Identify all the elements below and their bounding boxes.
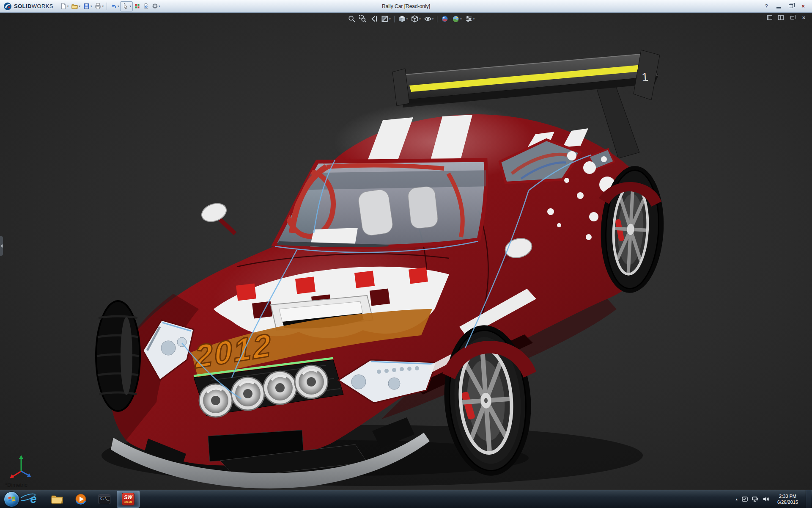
view-settings-icon — [465, 15, 473, 23]
chevron-down-icon[interactable]: ▾ — [460, 17, 462, 21]
view-orientation-button[interactable]: ▾ — [397, 14, 409, 24]
minimize-button[interactable] — [773, 2, 784, 10]
model-scene[interactable]: 1 — [0, 13, 812, 490]
mirror-left[interactable] — [199, 200, 235, 234]
previous-view-button[interactable] — [368, 14, 379, 24]
print-icon — [94, 3, 102, 10]
panel-collapse-tab[interactable] — [0, 236, 3, 256]
system-tray: ▴ 2:33 PM 6/26/2015 — [736, 490, 812, 508]
file-properties-button[interactable] — [142, 1, 151, 11]
undo-icon — [110, 3, 117, 10]
zoom-to-fit-icon — [348, 15, 356, 23]
chevron-down-icon[interactable]: ▾ — [102, 5, 104, 8]
undo-button[interactable]: ▾ — [109, 1, 121, 11]
chevron-down-icon[interactable]: ▾ — [389, 17, 391, 21]
windows-flag-icon — [8, 496, 16, 503]
show-desktop-button[interactable] — [806, 490, 811, 508]
chevron-down-icon[interactable]: ▾ — [159, 5, 160, 8]
select-cursor-icon — [122, 3, 129, 10]
scene-globe-icon — [452, 15, 460, 23]
console-window-icon: C:\_ — [99, 494, 110, 504]
solidworks-logo: SOLIDWORKS — [0, 2, 58, 11]
media-player-icon — [75, 493, 87, 505]
chevron-down-icon[interactable]: ▾ — [473, 17, 475, 21]
restore-button[interactable] — [785, 2, 796, 10]
wing-number: 1 — [641, 70, 649, 84]
help-button[interactable]: ? — [761, 2, 772, 10]
view-settings-button[interactable]: ▾ — [464, 14, 476, 24]
taskbar-item-solidworks-2015[interactable]: SW 2015 — [117, 491, 140, 508]
clock-date: 6/26/2015 — [777, 499, 798, 505]
rebuild-button[interactable] — [133, 1, 142, 11]
save-button[interactable]: ▾ — [82, 1, 93, 11]
edit-appearance-button[interactable] — [439, 14, 450, 24]
zoom-to-area-icon — [359, 15, 367, 23]
file-properties-icon — [143, 3, 149, 9]
clock-time: 2:33 PM — [777, 493, 798, 499]
pane-left-button[interactable] — [765, 14, 774, 21]
start-button[interactable] — [4, 491, 19, 507]
taskbar-clock[interactable]: 2:33 PM 6/26/2015 — [774, 493, 802, 505]
chevron-down-icon[interactable]: ▾ — [406, 17, 408, 21]
chevron-down-icon[interactable]: ▾ — [79, 5, 80, 8]
solidworks-window: SOLIDWORKS ▾ ▾ — [0, 0, 812, 508]
volume-icon[interactable] — [763, 496, 770, 502]
windows-taskbar: e C:\_ SW 201 — [0, 490, 812, 508]
3ds-compass-icon — [3, 2, 12, 11]
apply-scene-button[interactable]: ▾ — [450, 14, 463, 24]
open-button[interactable]: ▾ — [70, 1, 82, 11]
minimize-icon — [776, 7, 781, 8]
heads-up-view-toolbar: ▾ ▾ ▾ — [346, 14, 476, 24]
pane-left-icon — [767, 15, 772, 20]
wheel-front-left[interactable] — [96, 301, 140, 411]
windshield[interactable] — [271, 160, 491, 251]
solidworks-2015-icon: SW 2015 — [122, 493, 134, 505]
taskbar-item-console-window[interactable]: C:\_ — [93, 491, 116, 508]
graphics-area[interactable]: 1 — [0, 13, 812, 490]
taskbar-item-internet-explorer[interactable]: e — [22, 491, 45, 508]
open-folder-icon — [71, 3, 78, 10]
options-button[interactable]: ▾ — [151, 1, 162, 11]
new-document-button[interactable]: ▾ — [58, 1, 70, 11]
file-explorer-icon — [51, 494, 63, 505]
close-document-button[interactable]: × — [800, 14, 808, 21]
chevron-down-icon[interactable]: ▾ — [118, 5, 119, 8]
network-icon[interactable] — [752, 496, 759, 502]
select-button[interactable]: ▾ — [120, 1, 133, 11]
print-button[interactable]: ▾ — [93, 1, 105, 11]
toolbar-separator — [437, 16, 437, 22]
pane-split-icon — [778, 15, 784, 20]
section-view-icon — [381, 15, 389, 23]
view-orientation-label: *Dimetric — [5, 482, 27, 488]
document-window-controls: × — [765, 14, 808, 21]
view-orientation-cube-icon — [398, 15, 406, 23]
zoom-to-area-button[interactable] — [357, 14, 368, 24]
gear-icon — [152, 3, 158, 9]
taskbar-item-media-player[interactable] — [69, 491, 92, 508]
close-button[interactable]: × — [798, 2, 809, 10]
toolbar-separator — [394, 16, 395, 22]
restore-document-icon — [790, 16, 794, 19]
rebuild-icon — [134, 3, 140, 9]
taskbar-item-file-explorer[interactable] — [46, 491, 69, 508]
zoom-to-fit-button[interactable] — [346, 14, 357, 24]
window-controls: ? × — [761, 2, 812, 10]
pane-split-button[interactable] — [777, 14, 785, 21]
orientation-triad — [8, 453, 36, 480]
new-document-icon — [60, 3, 67, 10]
hide-show-items-button[interactable]: ▾ — [422, 14, 435, 24]
chevron-down-icon[interactable]: ▾ — [67, 5, 69, 8]
eye-icon — [424, 15, 432, 23]
chevron-down-icon[interactable]: ▾ — [129, 5, 131, 8]
display-style-icon — [411, 15, 419, 23]
appearance-ball-icon — [441, 15, 449, 23]
previous-view-icon — [370, 15, 378, 23]
display-style-button[interactable]: ▾ — [409, 14, 422, 24]
action-center-icon[interactable] — [741, 496, 748, 502]
chevron-down-icon[interactable]: ▾ — [432, 17, 434, 21]
restore-document-button[interactable] — [788, 14, 796, 21]
hidden-icons-button[interactable]: ▴ — [736, 497, 738, 501]
section-view-button[interactable]: ▾ — [379, 14, 392, 24]
chevron-down-icon[interactable]: ▾ — [91, 5, 92, 8]
chevron-down-icon[interactable]: ▾ — [419, 17, 421, 21]
